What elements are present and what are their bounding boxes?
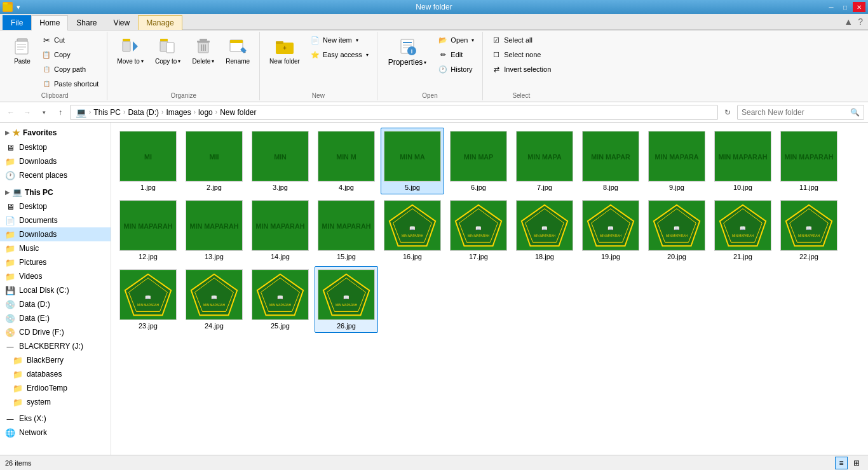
- sidebar-item-recent[interactable]: 🕐 Recent places: [0, 168, 111, 182]
- sidebar-item-downloads-fav[interactable]: 📁 Downloads: [0, 154, 111, 168]
- sidebar-item-pictures[interactable]: 📁 Pictures: [0, 255, 111, 269]
- properties-label: Properties: [388, 58, 423, 67]
- file-item[interactable]: MIN MAPARAH 14.jpg: [248, 197, 312, 264]
- sidebar-item-data-d[interactable]: 💿 Data (D:): [0, 297, 111, 311]
- back-button[interactable]: ←: [4, 105, 18, 119]
- details-view-button[interactable]: ≡: [835, 457, 848, 469]
- select-all-button[interactable]: ☑ Select all: [488, 33, 554, 47]
- sidebar-item-local-disk-c[interactable]: 💾 Local Disk (C:): [0, 283, 111, 297]
- sidebar-item-music[interactable]: 📁 Music: [0, 241, 111, 255]
- sidebar-item-desktop-fav[interactable]: 🖥 Desktop: [0, 140, 111, 154]
- invert-selection-button[interactable]: ⇄ Invert selection: [488, 62, 554, 76]
- help-button[interactable]: ?: [858, 17, 863, 27]
- file-item[interactable]: 📖 MIN MAPARAH 18.jpg: [513, 197, 576, 264]
- rename-button[interactable]: Rename: [221, 33, 254, 68]
- tab-share[interactable]: Share: [68, 15, 105, 30]
- tab-home[interactable]: Home: [31, 15, 68, 30]
- select-none-button[interactable]: ☐ Select none: [488, 48, 554, 62]
- file-item[interactable]: MIN MA 5.jpg: [381, 128, 444, 194]
- sidebar-item-desktop[interactable]: 🖥 Desktop: [0, 199, 111, 213]
- sidebar-item-network[interactable]: 🌐 Network: [0, 426, 111, 440]
- file-item[interactable]: 📖 MIN MAPARAH 19.jpg: [579, 197, 642, 264]
- file-item[interactable]: 📖 MIN MAPARAH 17.jpg: [447, 197, 510, 264]
- file-item[interactable]: MIN MAPARA 9.jpg: [645, 128, 709, 194]
- file-area: MI 1.jpg MII 2.jpg MIN 3.jpg MIN M 4.jpg…: [111, 123, 868, 455]
- sidebar-item-blackberry-sub[interactable]: 📁 BlackBerry: [0, 353, 111, 367]
- large-icons-view-button[interactable]: ⊞: [850, 457, 863, 469]
- file-item[interactable]: 📖 MIN MAPARAH 25.jpg: [248, 266, 312, 333]
- delete-button[interactable]: Delete ▾: [187, 33, 219, 68]
- svg-text:MIN MAPARAH: MIN MAPARAH: [468, 234, 490, 238]
- search-input[interactable]: [742, 108, 850, 117]
- sidebar-item-eks[interactable]: — Eks (X:): [0, 412, 111, 426]
- sidebar-item-erdioo-temp[interactable]: 📁 ErdiooTemp: [0, 381, 111, 395]
- copy-path-button[interactable]: 📋 Copy path: [38, 62, 102, 76]
- minimize-button[interactable]: ─: [825, 2, 837, 12]
- file-item[interactable]: 📖 MIN MAPARAH 24.jpg: [182, 266, 246, 333]
- sidebar-item-system[interactable]: 📁 system: [0, 395, 111, 409]
- ribbon-collapse-btn[interactable]: ▲: [844, 17, 853, 27]
- file-item[interactable]: 📖 MIN MAPARAH 21.jpg: [711, 197, 775, 264]
- copy-button[interactable]: 📋 Copy: [38, 48, 102, 62]
- file-item[interactable]: 📖 MIN MAPARAH 26.jpg: [315, 266, 378, 333]
- paste-button[interactable]: Paste: [8, 33, 37, 68]
- refresh-button[interactable]: ↻: [721, 105, 735, 119]
- sidebar-favorites-header[interactable]: ▶ ★ Favorites: [0, 125, 111, 140]
- edit-button[interactable]: ✏ Edit: [435, 48, 477, 62]
- breadcrumb-sep-3: ›: [161, 109, 163, 116]
- new-folder-button[interactable]: + New folder: [265, 33, 304, 68]
- recent-btn[interactable]: ▾: [37, 105, 51, 119]
- forward-button[interactable]: →: [20, 105, 34, 119]
- file-item[interactable]: MIN MAPARAH 11.jpg: [777, 128, 841, 194]
- sidebar-item-documents[interactable]: 📄 Documents: [0, 213, 111, 227]
- file-item[interactable]: MI 1.jpg: [116, 128, 180, 194]
- file-item[interactable]: MIN MAPARAH 10.jpg: [711, 128, 775, 194]
- file-item[interactable]: 📖 MIN MAPARAH 20.jpg: [645, 197, 709, 264]
- sidebar-item-databases[interactable]: 📁 databases: [0, 367, 111, 381]
- sidebar-item-downloads[interactable]: 📁 Downloads: [0, 227, 111, 241]
- file-item[interactable]: MIN MAP 6.jpg: [447, 128, 510, 194]
- sidebar-item-videos[interactable]: 📁 Videos: [0, 269, 111, 283]
- move-to-button[interactable]: Move to ▾: [112, 33, 148, 68]
- open-button[interactable]: 📂 Open ▾: [435, 33, 477, 47]
- file-item[interactable]: MIN 3.jpg: [248, 128, 312, 194]
- sidebar-item-blackberry[interactable]: — BLACKBERRY (J:): [0, 339, 111, 353]
- file-item[interactable]: MIN MAPARAH 13.jpg: [182, 197, 246, 264]
- select-all-icon: ☑: [491, 35, 501, 45]
- file-item[interactable]: 📖 MIN MAPARAH 22.jpg: [777, 197, 841, 264]
- sidebar-item-cd-drive[interactable]: 📀 CD Drive (F:): [0, 325, 111, 339]
- breadcrumb-newfolder[interactable]: New folder: [220, 108, 256, 117]
- tab-manage[interactable]: Manage: [138, 15, 182, 30]
- history-button[interactable]: 🕐 History: [435, 62, 477, 76]
- tab-file[interactable]: File: [3, 15, 31, 30]
- breadcrumb-thispc[interactable]: This PC: [93, 108, 121, 117]
- properties-button[interactable]: i Properties ▾: [383, 33, 433, 70]
- file-item[interactable]: MIN MAPAR 8.jpg: [579, 128, 642, 194]
- maximize-button[interactable]: □: [839, 2, 851, 12]
- close-button[interactable]: ✕: [853, 2, 865, 12]
- file-item[interactable]: 📖 MIN MAPARAH 16.jpg: [381, 197, 444, 264]
- sidebar-item-data-e[interactable]: 💿 Data (E:): [0, 311, 111, 325]
- move-to-label: Move to: [117, 58, 140, 65]
- easy-access-button[interactable]: ⭐ Easy access ▾: [307, 48, 372, 62]
- breadcrumb-logo[interactable]: logo: [198, 108, 213, 117]
- sidebar-thispc-header[interactable]: ▶ 💻 This PC: [0, 185, 111, 199]
- breadcrumb-images[interactable]: Images: [166, 108, 191, 117]
- copy-to-button[interactable]: Copy to ▾: [151, 33, 185, 68]
- up-button[interactable]: ↑: [53, 105, 67, 119]
- file-item[interactable]: 📖 MIN MAPARAH 23.jpg: [116, 266, 180, 333]
- cut-button[interactable]: ✂ Cut: [38, 33, 102, 47]
- file-item[interactable]: MII 2.jpg: [182, 128, 246, 194]
- svg-text:📖: 📖: [277, 294, 283, 300]
- paste-shortcut-button[interactable]: 📋 Paste shortcut: [38, 77, 102, 91]
- file-item[interactable]: MIN MAPARAH 12.jpg: [116, 197, 180, 264]
- breadcrumb[interactable]: 💻 › This PC › Data (D:) › Images › logo …: [70, 105, 718, 120]
- file-item[interactable]: MIN M 4.jpg: [315, 128, 378, 194]
- file-item[interactable]: MIN MAPA 7.jpg: [513, 128, 576, 194]
- tab-view[interactable]: View: [105, 15, 138, 30]
- breadcrumb-data-d[interactable]: Data (D:): [128, 108, 159, 117]
- file-thumbnail: 📖 MIN MAPARAH: [318, 269, 375, 320]
- file-item[interactable]: MIN MAPARAH 15.jpg: [315, 197, 378, 264]
- file-thumbnail: 📖 MIN MAPARAH: [648, 200, 705, 251]
- new-item-button[interactable]: 📄 New item ▾: [307, 33, 372, 47]
